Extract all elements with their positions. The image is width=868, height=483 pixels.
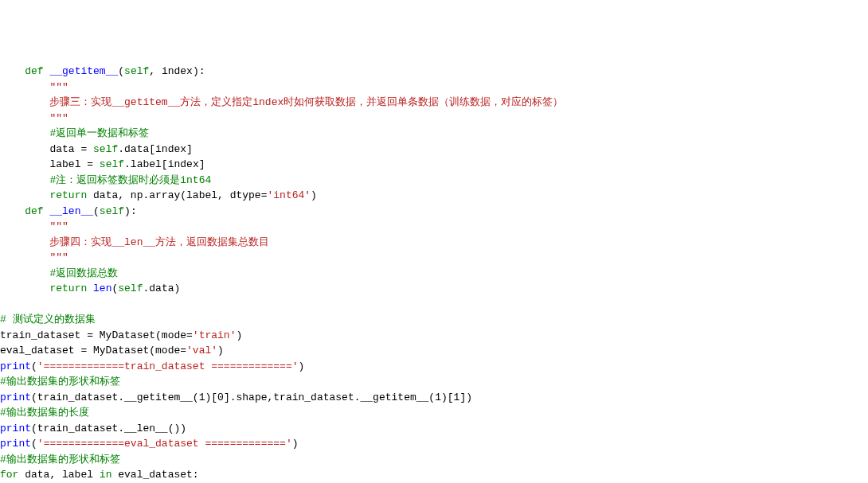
code-token: in — [100, 469, 112, 481]
code-token: .label[index] — [124, 158, 205, 170]
code-line: 步骤四：实现__len__方法，返回数据集总数目 — [0, 235, 868, 251]
code-token: ): — [124, 205, 137, 217]
code-token: ) — [292, 438, 299, 450]
code-token: print — [0, 391, 31, 403]
code-line: label = self.label[index] — [0, 157, 868, 173]
code-line: eval_dataset = MyDataset(mode='val') — [0, 343, 868, 359]
code-line: print('=============train_dataset ======… — [0, 359, 868, 375]
code-token: data, label — [18, 469, 99, 481]
code-token: print — [0, 360, 31, 372]
code-line: #返回单一数据和标签 — [0, 126, 868, 142]
code-line: return len(self.data) — [0, 281, 868, 297]
code-line: print(train_dataset.__getitem__(1)[0].sh… — [0, 390, 868, 406]
code-token: 步骤四：实现__len__方法，返回数据集总数目 — [49, 236, 269, 248]
code-token: print — [0, 438, 31, 450]
code-token: data = — [49, 143, 93, 155]
code-line: #注：返回标签数据时必须是int64 — [0, 173, 868, 189]
code-token: eval_dataset = MyDataset(mode= — [0, 345, 186, 356]
code-token: 0 — [217, 391, 224, 403]
code-token: ) — [298, 360, 304, 372]
code-token: , index): — [149, 65, 205, 77]
code-token: """ — [49, 81, 68, 93]
code-line: """ — [0, 80, 868, 95]
code-token: ( — [93, 205, 100, 217]
code-token: ( — [118, 65, 124, 77]
code-token: return — [49, 189, 87, 201]
code-token: # 测试定义的数据集 — [0, 314, 96, 325]
code-token: ( — [31, 360, 37, 372]
code-line — [0, 297, 868, 313]
code-token: self — [100, 158, 124, 170]
code-token: def — [25, 65, 43, 77]
code-token: def — [25, 205, 43, 217]
code-token: """ — [49, 112, 68, 124]
code-block: def __getitem__(self, index): """ 步骤三：实现… — [0, 64, 868, 483]
code-token: """ — [49, 251, 68, 263]
code-token: label = — [49, 158, 99, 170]
code-line: def __getitem__(self, index): — [0, 64, 868, 80]
code-token: __getitem__ — [49, 65, 118, 77]
code-token: self — [118, 282, 143, 294]
code-token: self — [124, 65, 149, 77]
code-token: __len__ — [49, 205, 93, 217]
code-line: print('=============eval_dataset =======… — [0, 436, 868, 452]
code-token: 'train' — [193, 329, 237, 341]
code-token — [0, 298, 6, 310]
code-token: ) — [217, 345, 224, 356]
code-line: #返回数据总数 — [0, 266, 868, 282]
code-line: """ — [0, 250, 868, 266]
code-line: return data, np.array(label, dtype='int6… — [0, 188, 868, 204]
code-line: """ — [0, 111, 868, 127]
code-line: print(train_dataset.__len__()) — [0, 421, 868, 437]
code-token: 'val' — [186, 345, 217, 356]
code-line: # 测试定义的数据集 — [0, 312, 868, 328]
code-token: print — [0, 423, 31, 434]
code-token: 步骤三：实现__getitem__方法，定义指定index时如何获取数据，并返回… — [49, 96, 563, 108]
code-token: len — [93, 282, 111, 294]
code-token: eval_dataset: — [111, 469, 198, 481]
code-token — [87, 282, 93, 294]
code-token: )[ — [205, 391, 217, 403]
code-line: #输出数据集的形状和标签 — [0, 452, 868, 468]
code-token: ) — [236, 329, 242, 341]
code-token: ].shape,train_dataset.__getitem__( — [224, 391, 435, 403]
code-line: data = self.data[index] — [0, 142, 868, 158]
code-line: #输出数据集的形状和标签 — [0, 374, 868, 390]
code-token: self — [100, 205, 124, 217]
code-token: (train_dataset.__getitem__( — [31, 391, 199, 403]
code-token: for — [0, 469, 18, 481]
code-token: (train_dataset.__len__()) — [31, 423, 186, 434]
code-line: for data, label in eval_dataset: — [0, 467, 868, 483]
code-token: .data[index] — [118, 143, 193, 155]
code-token: #输出数据集的形状和标签 — [0, 376, 120, 388]
code-line: 步骤三：实现__getitem__方法，定义指定index时如何获取数据，并返回… — [0, 95, 868, 111]
code-token: ) — [311, 189, 317, 201]
code-line: #输出数据集的长度 — [0, 405, 868, 421]
code-token: data, np.array(label, dtype= — [87, 189, 267, 201]
code-token: self — [93, 143, 118, 155]
code-token: #注：返回标签数据时必须是int64 — [49, 174, 211, 186]
code-token: '=============eval_dataset =============… — [37, 438, 292, 450]
code-token: 'int64' — [267, 189, 311, 201]
code-token: #返回单一数据和标签 — [49, 127, 149, 139]
code-token: """ — [49, 220, 68, 232]
code-token: )[ — [441, 391, 454, 403]
code-token: #返回数据总数 — [49, 267, 118, 279]
code-token: '=============train_dataset ============… — [37, 360, 299, 372]
code-token: #输出数据集的长度 — [0, 407, 89, 419]
code-token: ( — [31, 438, 37, 450]
code-token: return — [49, 282, 87, 294]
code-token: .data) — [143, 282, 180, 294]
code-token: #输出数据集的形状和标签 — [0, 454, 120, 465]
code-line: """ — [0, 219, 868, 235]
code-token: ]) — [459, 391, 472, 403]
code-token: train_dataset = MyDataset(mode= — [0, 329, 193, 341]
code-line: train_dataset = MyDataset(mode='train') — [0, 328, 868, 344]
code-token: 1 — [435, 391, 441, 403]
code-line: def __len__(self): — [0, 204, 868, 220]
